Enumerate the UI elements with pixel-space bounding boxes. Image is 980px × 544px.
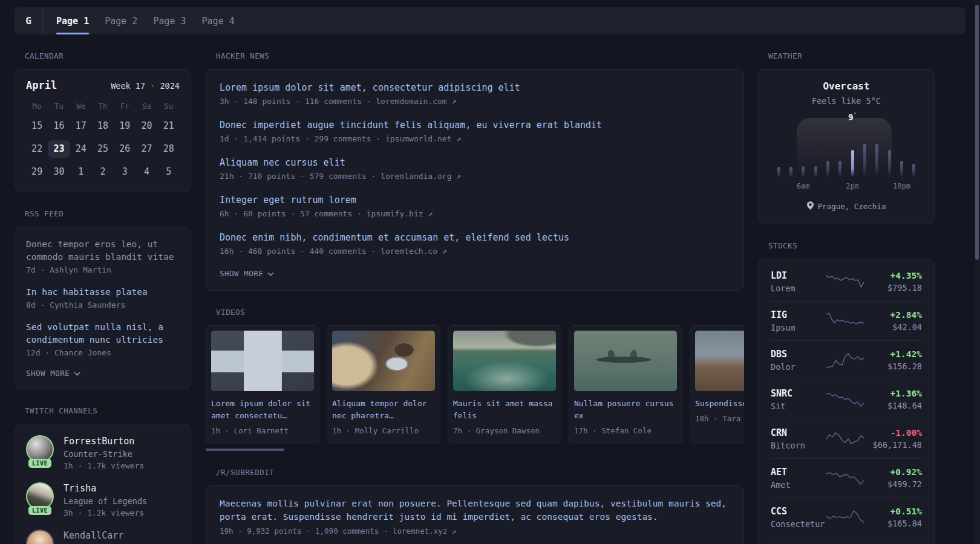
calendar-day[interactable]: 28 bbox=[158, 140, 180, 158]
weather-bar-wrap bbox=[862, 126, 868, 177]
stock-sparkline bbox=[826, 430, 864, 448]
nav-tab[interactable]: Page 4 bbox=[202, 7, 235, 34]
hn-list: Lorem ipsum dolor sit amet, consectetur … bbox=[220, 82, 730, 256]
calendar-day[interactable]: 19 bbox=[114, 117, 136, 135]
hn-item-title[interactable]: Lorem ipsum dolor sit amet, consectetur … bbox=[220, 82, 730, 94]
hn-item-meta-text: 1d · 1,414 points · 299 comments · ipsum… bbox=[220, 134, 452, 143]
rss-item-meta: 8d · Cynthia Saunders bbox=[26, 300, 180, 309]
calendar-day[interactable]: 23 bbox=[48, 140, 70, 158]
hn-item-meta: 16h · 468 points · 440 comments · loremt… bbox=[220, 247, 730, 256]
weather-bar bbox=[838, 161, 841, 177]
rss-item-title[interactable]: Donec tempor eros leo, ut commodo mauris… bbox=[26, 238, 180, 264]
stock-ticker: LDI bbox=[771, 270, 826, 281]
page-scrollbar-thumb[interactable] bbox=[975, 5, 979, 260]
calendar-day[interactable]: 18 bbox=[92, 117, 114, 135]
weather-feels-like: Feels like 5°C bbox=[769, 96, 923, 106]
video-meta: 7h · Grayson Dawson bbox=[453, 426, 556, 435]
stock-row[interactable]: SNRC Sit +1.36% $148.64 bbox=[771, 380, 922, 419]
calendar-day[interactable]: 29 bbox=[26, 163, 48, 181]
twitch-avatar-wrap bbox=[26, 529, 54, 544]
videos-section-label: VIDEOS bbox=[216, 308, 744, 317]
calendar-day[interactable]: 27 bbox=[136, 140, 157, 158]
calendar-day[interactable]: 1 bbox=[70, 163, 92, 181]
calendar-weekday-label: Th bbox=[92, 101, 114, 112]
video-card[interactable]: Nullam posuere cursus ex 17h · Stefan Co… bbox=[569, 325, 682, 444]
subreddit-section-label: /R/SUBREDDIT bbox=[216, 468, 744, 477]
app-logo[interactable]: G bbox=[15, 7, 43, 34]
stock-row[interactable]: CRN Bitcorn -1.00% $66,171.48 bbox=[771, 419, 922, 458]
stock-ticker: AET bbox=[771, 467, 826, 478]
stock-id: CCS Consectetur bbox=[771, 506, 826, 529]
video-meta: 17h · Stefan Cole bbox=[574, 426, 677, 435]
stock-row[interactable]: CCS Consectetur +0.51% $165.84 bbox=[771, 497, 922, 537]
stock-row[interactable]: DBS Dolor +1.42% $156.28 bbox=[771, 340, 922, 380]
rss-show-more-button[interactable]: SHOW MORE bbox=[26, 369, 180, 378]
video-card[interactable]: Mauris sit amet massa felis 7h · Grayson… bbox=[448, 325, 561, 444]
calendar-day[interactable]: 30 bbox=[48, 163, 70, 181]
live-badge: LIVE bbox=[28, 459, 51, 468]
stock-values: +1.42% $156.28 bbox=[864, 349, 922, 371]
stock-name: Sit bbox=[771, 401, 826, 411]
rss-item-title[interactable]: Sed volutpat nulla nisl, a condimentum n… bbox=[26, 321, 180, 346]
stock-values: -1.00% $66,171.48 bbox=[864, 428, 922, 450]
stock-name: Ipsum bbox=[771, 323, 826, 332]
stock-price: $156.28 bbox=[864, 361, 922, 371]
calendar-day[interactable]: 15 bbox=[26, 117, 48, 135]
page-tabs: Page 1Page 2Page 3Page 4 bbox=[56, 7, 250, 34]
rss-show-more-label: SHOW MORE bbox=[26, 369, 70, 378]
chevron-down-icon bbox=[267, 269, 274, 278]
calendar-day[interactable]: 25 bbox=[92, 140, 114, 158]
nav-tab[interactable]: Page 2 bbox=[105, 7, 137, 34]
calendar-day[interactable]: 17 bbox=[70, 117, 92, 135]
twitch-channel-row[interactable]: LIVE ForrestBurton Counter-Strike 1h · 1… bbox=[26, 435, 180, 470]
calendar-day[interactable]: 5 bbox=[158, 163, 180, 181]
calendar-day[interactable]: 2 bbox=[92, 163, 114, 181]
calendar-day[interactable]: 22 bbox=[26, 140, 48, 158]
nav-tab[interactable]: Page 3 bbox=[153, 7, 186, 34]
twitch-channel-row[interactable]: KendallCarr bbox=[26, 529, 180, 544]
twitch-channel-info: ForrestBurton Counter-Strike 1h · 1.7k v… bbox=[64, 435, 144, 470]
hn-item-meta: 21h · 710 points · 579 comments · loreml… bbox=[220, 172, 730, 181]
video-card[interactable]: Suspendisse diam 18h · Tara bbox=[690, 325, 744, 444]
video-title: Mauris sit amet massa felis bbox=[453, 398, 556, 422]
separator-dot: · bbox=[150, 81, 155, 91]
stock-row[interactable]: AET Amet +0.92% $499.72 bbox=[771, 458, 922, 497]
rss-item: In hac habitasse platea 8d · Cynthia Sau… bbox=[26, 286, 180, 309]
calendar-day[interactable]: 3 bbox=[114, 163, 136, 181]
stock-row[interactable]: AHS +0.46% bbox=[771, 537, 922, 544]
weather-bar-wrap bbox=[886, 126, 892, 177]
calendar-day[interactable]: 4 bbox=[136, 163, 157, 181]
twitch-channel-row[interactable]: LIVE Trisha League of Legends 3h · 1.2k … bbox=[26, 482, 180, 517]
hn-item-title[interactable]: Donec imperdiet augue tincidunt felis al… bbox=[220, 119, 730, 131]
calendar-day[interactable]: 21 bbox=[158, 117, 180, 135]
videos-carousel-scrollbar[interactable] bbox=[206, 448, 284, 451]
video-thumbnail bbox=[332, 331, 435, 391]
rss-item-title[interactable]: In hac habitasse platea bbox=[26, 286, 180, 299]
hn-item-meta: 6h · 60 points · 57 comments · ipsumify.… bbox=[220, 209, 730, 218]
twitch-avatar-wrap: LIVE bbox=[26, 435, 54, 463]
stock-name: Consectetur bbox=[771, 519, 826, 529]
nav-tab[interactable]: Page 1 bbox=[56, 7, 89, 34]
weather-bar bbox=[851, 150, 854, 177]
calendar-day[interactable]: 16 bbox=[48, 117, 70, 135]
hn-item-title[interactable]: Integer eget rutrum lorem bbox=[220, 194, 730, 206]
calendar-day[interactable]: 24 bbox=[70, 140, 92, 158]
calendar-day[interactable]: 20 bbox=[136, 117, 157, 135]
video-card[interactable]: Lorem ipsum dolor sit amet consectetu… 1… bbox=[206, 325, 319, 444]
stock-row[interactable]: LDI Lorem +4.35% $795.18 bbox=[771, 262, 922, 301]
hn-item-title[interactable]: Aliquam nec cursus elit bbox=[220, 157, 730, 169]
hn-item-title[interactable]: Donec enim nibh, condimentum et accumsan… bbox=[220, 232, 730, 244]
hn-show-more-button[interactable]: SHOW MORE bbox=[220, 269, 730, 278]
top-navigation: G Page 1Page 2Page 3Page 4 bbox=[15, 7, 965, 34]
calendar-header: April Week 17 · 2024 bbox=[26, 79, 180, 91]
stock-row[interactable]: IIG Ipsum +2.84% $42.04 bbox=[771, 301, 922, 340]
weather-condition: Overcast bbox=[769, 80, 923, 92]
video-title: Aliquam tempor dolor nec pharetra… bbox=[332, 398, 435, 422]
video-meta: 1h · Lori Barnett bbox=[211, 426, 314, 435]
calendar-day[interactable]: 26 bbox=[114, 140, 136, 158]
stock-id: SNRC Sit bbox=[771, 388, 826, 411]
video-card[interactable]: Aliquam tempor dolor nec pharetra… 1h · … bbox=[327, 325, 440, 444]
subreddit-post-title[interactable]: Maecenas mollis pulvinar erat non posuer… bbox=[220, 497, 730, 523]
stock-name: Amet bbox=[771, 480, 826, 490]
external-link-icon: ↗ bbox=[428, 209, 433, 218]
